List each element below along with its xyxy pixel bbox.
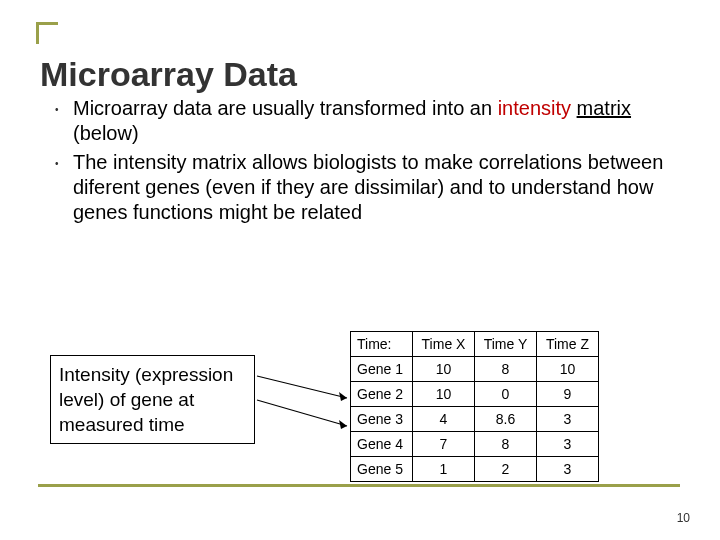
callout-box: Intensity (expression level) of gene at … bbox=[50, 355, 255, 444]
row-label: Gene 3 bbox=[351, 407, 413, 432]
table-row: Gene 2 10 0 9 bbox=[351, 382, 599, 407]
bullet-dot-icon: • bbox=[55, 96, 73, 121]
intensity-table: Time: Time X Time Y Time Z Gene 1 10 8 1… bbox=[350, 331, 599, 482]
bullet-list: • Microarray data are usually transforme… bbox=[55, 96, 675, 229]
cell: 8 bbox=[475, 432, 537, 457]
bullet-item: • Microarray data are usually transforme… bbox=[55, 96, 675, 146]
cell: 8.6 bbox=[475, 407, 537, 432]
bullet-text: Microarray data are usually transformed … bbox=[73, 96, 675, 146]
cell: 8 bbox=[475, 357, 537, 382]
row-label: Gene 5 bbox=[351, 457, 413, 482]
cell: 9 bbox=[537, 382, 599, 407]
cell: 3 bbox=[537, 407, 599, 432]
slide-title: Microarray Data bbox=[40, 55, 297, 94]
table-header-row: Time: Time X Time Y Time Z bbox=[351, 332, 599, 357]
bullet-item: • The intensity matrix allows biologists… bbox=[55, 150, 675, 225]
table-row: Gene 3 4 8.6 3 bbox=[351, 407, 599, 432]
intensity-word: intensity bbox=[498, 97, 571, 119]
row-label: Gene 2 bbox=[351, 382, 413, 407]
svg-line-2 bbox=[257, 400, 347, 426]
matrix-word: matrix bbox=[577, 97, 631, 119]
svg-line-0 bbox=[257, 376, 347, 398]
page-number: 10 bbox=[677, 511, 690, 525]
footer-rule bbox=[38, 484, 680, 487]
col-header: Time Y bbox=[475, 332, 537, 357]
arrow-icon bbox=[252, 358, 362, 436]
bullet-text: The intensity matrix allows biologists t… bbox=[73, 150, 675, 225]
bullet-dot-icon: • bbox=[55, 150, 73, 175]
corner-accent bbox=[36, 22, 58, 44]
cell: 7 bbox=[413, 432, 475, 457]
col-header: Time Z bbox=[537, 332, 599, 357]
row-label: Gene 1 bbox=[351, 357, 413, 382]
cell: 0 bbox=[475, 382, 537, 407]
bullet-pre: Microarray data are usually transformed … bbox=[73, 97, 498, 119]
col-header: Time: bbox=[351, 332, 413, 357]
cell: 3 bbox=[537, 432, 599, 457]
svg-marker-1 bbox=[339, 392, 347, 401]
svg-marker-3 bbox=[339, 420, 347, 429]
cell: 10 bbox=[537, 357, 599, 382]
table-row: Gene 5 1 2 3 bbox=[351, 457, 599, 482]
table-row: Gene 1 10 8 10 bbox=[351, 357, 599, 382]
table-row: Gene 4 7 8 3 bbox=[351, 432, 599, 457]
cell: 2 bbox=[475, 457, 537, 482]
cell: 10 bbox=[413, 382, 475, 407]
bullet-post: (below) bbox=[73, 122, 139, 144]
cell: 4 bbox=[413, 407, 475, 432]
cell: 1 bbox=[413, 457, 475, 482]
row-label: Gene 4 bbox=[351, 432, 413, 457]
col-header: Time X bbox=[413, 332, 475, 357]
cell: 10 bbox=[413, 357, 475, 382]
cell: 3 bbox=[537, 457, 599, 482]
